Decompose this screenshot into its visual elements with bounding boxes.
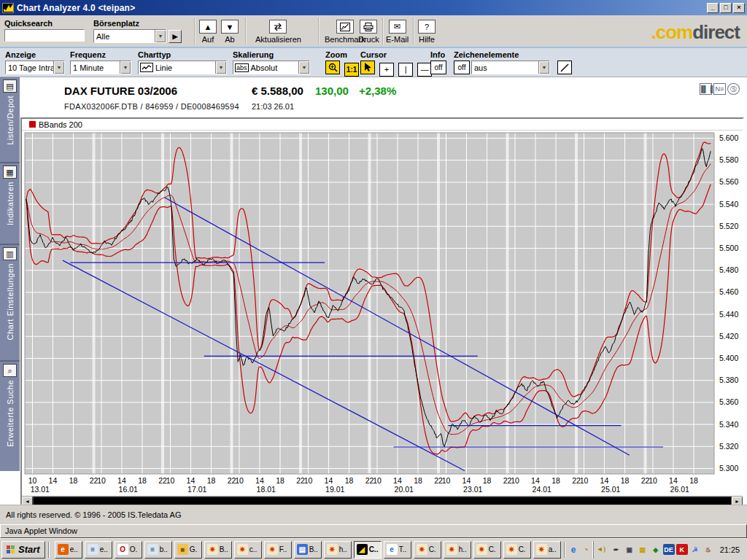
taskbar-button-java-app[interactable]: ✷C. [473,541,501,559]
taskbar-button-java-app[interactable]: ✷h.. [444,541,471,559]
updates-icon[interactable]: ◆ [650,544,662,555]
info-off-button[interactable]: off [430,61,446,74]
main-toolbar: Quicksearch Börsenplatz Alle ▼ ▶ ▲ Auf ▼… [0,15,747,47]
taskbar-button-keyboard[interactable]: ▤B.. [294,541,322,559]
boersenplatz-select[interactable]: Alle ▼ [93,29,166,43]
svg-text:10: 10 [649,476,657,485]
frequenz-select[interactable]: 1 Minute▼ [70,61,131,74]
sidebar-item-listen-depot[interactable]: ▤ Listen/Depot [0,77,20,163]
quicksearch-input[interactable] [4,29,85,42]
taskbar-button-java-app[interactable]: ✷c.. [234,541,262,559]
sidebar-item-chart-einstellungen[interactable]: ▥ Chart Einstellungen [0,245,20,362]
folder-icon: ■ [177,544,188,555]
taskbar-button-internet-explorer[interactable]: eT.. [384,541,411,559]
sidebar-item-indikatoren[interactable]: ▦ Indikatoren [0,163,20,245]
svg-text:5.500: 5.500 [719,244,738,252]
anzeige-select[interactable]: 10 Tage Intrad▼ [5,61,65,74]
taskbar-button-opera[interactable]: OO. [115,541,142,559]
taskbar-button-java-app[interactable]: ✷C. [503,541,531,559]
taskbar-button-firefox[interactable]: ee.. [55,541,82,559]
svg-text:14: 14 [462,476,471,485]
abs-icon: abs [235,63,249,72]
stock-icon[interactable]: Ⓢ [727,83,740,95]
svg-text:10: 10 [442,476,451,485]
svg-text:14: 14 [600,476,609,485]
svg-text:14: 14 [49,476,58,485]
usb-device-icon[interactable]: ☭ [689,544,701,555]
draw-line-button[interactable] [557,61,572,74]
ab-button[interactable]: ▼ Ab [217,20,242,44]
taskbar-button-java-app[interactable]: ✷B.. [204,541,232,559]
taskbar-button-label: O. [130,545,138,553]
arrow-down-icon: ▼ [221,20,239,34]
taskbar-button-java-app[interactable]: ✷a.. [533,541,561,559]
price-change-percent: +2,38% [359,85,396,97]
zoom-ratio-button[interactable]: 1:1 [344,63,359,77]
druck-button[interactable]: Druck [355,20,383,44]
diagonal-line-icon [560,63,569,72]
copyright-text: All rights reserved. © 1996 - 2005 IS.Te… [6,510,181,519]
minimize-button[interactable]: _ [707,3,719,13]
chevron-down-icon: ▼ [215,61,226,74]
taskbar-button-text-editor[interactable]: ≡b.. [144,541,172,559]
taskbar-button-java-app[interactable]: ✷F.. [264,541,292,559]
taskbar-button-folder[interactable]: ■G. [174,541,202,559]
zeichenelemente-label: Zeichenelemente [454,50,574,59]
zeichen-select[interactable]: aus▼ [471,61,550,74]
svg-text:5.580: 5.580 [719,155,738,164]
java-applet-banner: Java Applet Window [0,524,747,538]
svg-text:14: 14 [669,476,678,485]
close-button[interactable]: × [733,3,745,13]
svg-text:5.400: 5.400 [719,354,738,362]
java-icon[interactable]: ♨ [703,544,714,555]
title-bar: Chart Analyzer 4.0 <teipan> _ □ × [0,0,747,15]
aktualisieren-button[interactable]: Aktualisieren [252,20,305,44]
display-icon[interactable]: ▤ [637,544,649,555]
boersenplatz-go-button[interactable]: ▶ [169,30,182,43]
price-chart[interactable]: 5.6005.5805.5605.5405.5205.5005.4805.460… [22,131,741,494]
internet-explorer-icon[interactable]: e [568,544,579,555]
charttyp-select[interactable]: Linie▼ [138,61,227,74]
svg-text:18: 18 [276,476,285,485]
auf-button[interactable]: ▲ Auf [196,20,220,44]
antivirus-icon[interactable]: K [676,544,688,555]
svg-text:18: 18 [138,476,147,485]
taskbar-button-java-app[interactable]: ✷h.. [324,541,352,559]
news-icon[interactable]: N≡ [713,83,726,95]
svg-text:18: 18 [414,476,422,485]
svg-text:13.01: 13.01 [31,485,50,494]
taskbar-button-label: h.. [339,545,347,553]
media-player-icon[interactable]: ◔ [581,544,592,555]
java-applet-label: Java Applet Window [5,526,77,535]
sidebar-item-erweiterte-suche[interactable]: ⌕ Erweiterte Suche [0,362,20,464]
quick-launch: e◔ [568,544,593,555]
taskbar-button-java-app[interactable]: ✷C. [414,541,441,559]
taskbar-button-text-editor[interactable]: ≡e.. [85,541,112,559]
cursor-vline-button[interactable]: | [398,63,413,77]
bars-icon[interactable]: ▐▌▐ [700,83,712,95]
restore-button[interactable]: □ [720,3,732,13]
network-icon[interactable]: ▣ [624,544,635,555]
zeichen-off-button[interactable]: off [454,61,470,74]
svg-text:5.420: 5.420 [719,332,738,341]
pen-icon[interactable]: ✒ [611,544,622,555]
taskbar-separator [48,542,50,558]
cursor-arrow-button[interactable] [360,61,375,74]
start-button[interactable]: Start [1,541,45,559]
taskbar-button-label: a.. [549,545,557,553]
java-app-icon: ✷ [536,544,547,555]
email-button[interactable]: ✉ E-Mail [382,20,412,44]
status-bar: All rights reserved. © 1996 - 2005 IS.Te… [0,505,747,524]
cursor-crosshair-button[interactable]: + [379,63,394,77]
zoom-in-button[interactable] [325,61,340,74]
taskbar-button-chart-analyzer[interactable]: ◢C.. [354,541,382,559]
instrument-title: DAX FUTURE 03/2006 [64,85,177,97]
java-app-icon: ✷ [207,544,218,555]
skalierung-select[interactable]: abs Absolut▼ [233,61,310,74]
volume-icon[interactable]: ◄） [597,544,609,555]
language-de-icon[interactable]: DE [663,544,675,555]
app-logo-icon [2,3,14,13]
svg-text:14: 14 [187,476,196,485]
hilfe-button[interactable]: ? Hilfe [414,20,439,44]
chevron-down-icon: ▼ [120,61,131,74]
